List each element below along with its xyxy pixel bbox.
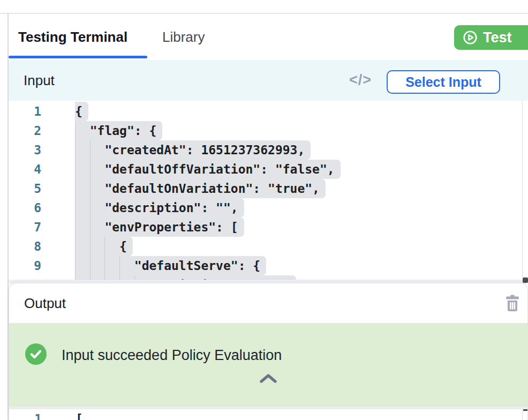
active-tab-underline bbox=[9, 56, 147, 58]
tab-testing-terminal[interactable]: Testing Terminal bbox=[18, 29, 127, 46]
code-text: "variation": "true" bbox=[149, 275, 290, 280]
indent-guides bbox=[75, 160, 104, 179]
select-input-label: Select Input bbox=[405, 74, 481, 90]
code-content: "description": "", bbox=[75, 198, 244, 218]
code-line: 6 "description": "", bbox=[9, 198, 522, 218]
output-editor-right-edge bbox=[522, 409, 523, 420]
test-button-label: Test bbox=[483, 29, 512, 46]
gutter-gap bbox=[41, 140, 75, 160]
code-line: 3 "createdAt": 1651237362993, bbox=[9, 140, 522, 160]
code-content: { bbox=[75, 102, 88, 121]
indent-guides bbox=[75, 237, 119, 256]
line-number: 9 bbox=[9, 256, 41, 275]
gutter-gap bbox=[41, 256, 75, 275]
code-text: { bbox=[119, 237, 127, 256]
gutter-gap bbox=[42, 409, 76, 420]
code-content: "defaultServe": { bbox=[75, 256, 266, 275]
input-scrollbar-thumb[interactable] bbox=[523, 278, 528, 283]
evaluation-result-message: Input succeeded Policy Evaluation bbox=[62, 344, 282, 366]
code-line: 5 "defaultOnVariation": "true", bbox=[9, 179, 522, 198]
code-text: "createdAt": 1651237362993, bbox=[104, 140, 305, 160]
input-panel-title: Input bbox=[24, 60, 55, 101]
output-code-lines: 1[ bbox=[9, 409, 527, 420]
input-panel-header: Input </> Select Input bbox=[9, 60, 528, 101]
indent-guides bbox=[75, 198, 104, 218]
tab-library[interactable]: Library bbox=[162, 29, 205, 46]
output-code-editor[interactable]: 1[ bbox=[9, 409, 527, 420]
code-line: 1{ bbox=[9, 102, 522, 121]
evaluation-result-banner: Input succeeded Policy Evaluation bbox=[9, 323, 527, 407]
test-button[interactable]: Test bbox=[454, 25, 528, 50]
code-line: 7 "envProperties": [ bbox=[9, 218, 522, 237]
line-number: 1 bbox=[9, 102, 41, 121]
gutter-gap bbox=[41, 237, 75, 256]
code-content: [ bbox=[76, 409, 83, 420]
code-content: "defaultOnVariation": "true", bbox=[75, 179, 326, 198]
gutter-gap bbox=[41, 121, 75, 140]
output-panel-title: Output bbox=[24, 283, 66, 323]
line-number: 5 bbox=[9, 179, 41, 198]
indent-guides bbox=[75, 256, 134, 275]
gutter-gap bbox=[41, 102, 75, 121]
indent-guides bbox=[75, 179, 104, 198]
code-content: "flag": { bbox=[75, 121, 162, 140]
code-text: [ bbox=[76, 409, 83, 420]
line-number: 1 bbox=[9, 409, 42, 420]
code-content: "defaultOffVariation": "false", bbox=[75, 160, 341, 179]
play-icon bbox=[463, 30, 478, 45]
code-text: "envProperties": [ bbox=[104, 218, 238, 237]
code-text: "defaultOnVariation": "true", bbox=[104, 179, 320, 198]
line-number: 10 bbox=[9, 275, 41, 280]
code-line: 8 { bbox=[9, 237, 522, 256]
line-number: 4 bbox=[9, 160, 41, 179]
code-content: "createdAt": 1651237362993, bbox=[75, 140, 311, 160]
line-number: 6 bbox=[9, 198, 41, 218]
line-number: 7 bbox=[9, 218, 41, 237]
clear-output-button[interactable] bbox=[504, 295, 521, 312]
gutter-gap bbox=[41, 198, 75, 218]
output-panel-header: Output bbox=[9, 283, 527, 323]
code-text: "description": "", bbox=[104, 198, 238, 218]
success-check-icon bbox=[25, 343, 47, 365]
code-line: 1[ bbox=[9, 409, 527, 420]
indent-guides bbox=[75, 121, 90, 140]
output-panel: Output Input succeeded Policy Evaluation bbox=[9, 283, 528, 420]
editor-right-edge bbox=[522, 101, 523, 278]
gutter-gap bbox=[41, 218, 75, 237]
code-content: "variation": "true" bbox=[75, 275, 296, 280]
top-divider bbox=[0, 13, 528, 14]
indent-guides bbox=[75, 140, 104, 160]
code-content: "envProperties": [ bbox=[75, 218, 244, 237]
gutter-gap bbox=[41, 179, 75, 198]
input-code-lines: 1{2 "flag": {3 "createdAt": 165123736299… bbox=[9, 101, 522, 280]
code-line: 9 "defaultServe": { bbox=[9, 256, 522, 275]
code-content: { bbox=[75, 237, 133, 256]
select-input-button[interactable]: Select Input bbox=[387, 70, 500, 94]
code-line: 10 "variation": "true" bbox=[9, 275, 522, 280]
line-number: 2 bbox=[9, 121, 41, 140]
code-line: 2 "flag": { bbox=[9, 121, 522, 140]
chevron-up-icon bbox=[258, 373, 278, 384]
output-scrollbar-thumb[interactable] bbox=[523, 409, 527, 411]
gutter-gap bbox=[41, 275, 75, 280]
code-text: { bbox=[75, 102, 82, 121]
indent-guides bbox=[75, 218, 104, 237]
line-number: 8 bbox=[9, 237, 41, 256]
trash-icon bbox=[504, 295, 521, 312]
gutter-gap bbox=[41, 160, 75, 179]
indent-guides bbox=[75, 275, 149, 280]
line-number: 3 bbox=[9, 140, 41, 160]
code-text: "defaultServe": { bbox=[134, 256, 260, 275]
input-code-editor[interactable]: 1{2 "flag": {3 "createdAt": 165123736299… bbox=[9, 101, 522, 280]
collapse-banner-button[interactable] bbox=[257, 371, 280, 385]
code-text: "defaultOffVariation": "false", bbox=[104, 160, 334, 179]
code-text: "flag": { bbox=[90, 121, 157, 140]
code-view-icon[interactable]: </> bbox=[349, 60, 372, 101]
code-line: 4 "defaultOffVariation": "false", bbox=[9, 160, 522, 179]
